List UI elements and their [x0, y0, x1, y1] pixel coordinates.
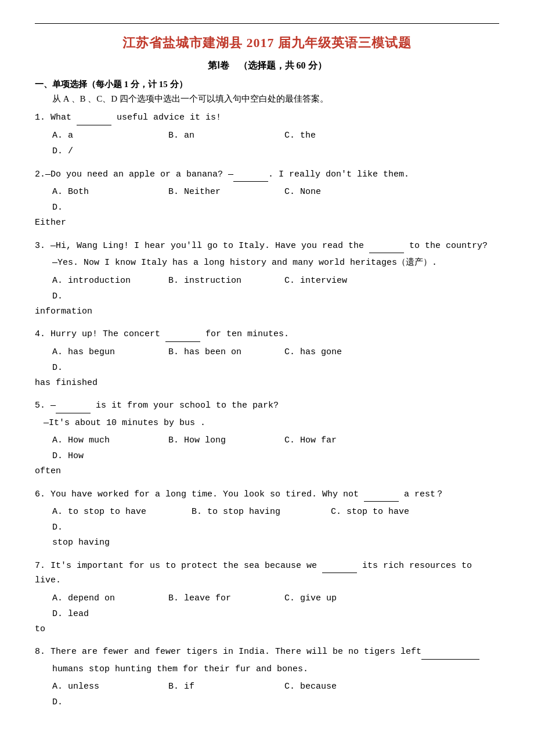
q5-extra: often [35, 464, 499, 479]
q3-text2: —Yes. Now I know Italy has a long histor… [35, 255, 499, 271]
q3-option-c: C. interview [284, 273, 395, 289]
q7-option-d: D. lead [52, 606, 163, 622]
q6-option-c: C. stop to have [331, 504, 464, 520]
q4-option-c: C. has gone [284, 344, 395, 360]
q6-options: A. to stop to have B. to stop having C. … [35, 504, 499, 535]
q2-options: A. Both B. Neither C. None D. [35, 184, 499, 215]
q3-option-a: A. introduction [52, 273, 163, 289]
q7-option-b: B. leave for [168, 591, 279, 606]
main-title: 江苏省盐城市建湖县 2017 届九年级英语三模试题 [35, 34, 499, 52]
q7-text: 7. It's important for us to protect the … [35, 559, 499, 588]
q6-extra: stop having [35, 535, 499, 550]
part1-title: 一、单项选择（每小题 1 分，计 15 分） [35, 79, 499, 90]
q3-text: 3. —Hi, Wang Ling! I hear you'll go to I… [35, 239, 499, 254]
q3-option-d: D. [52, 289, 163, 304]
q5-blank [56, 413, 91, 413]
q4-option-d: D. [52, 360, 163, 376]
q2-option-b: B. Neither [168, 184, 279, 200]
q2-blank [233, 181, 268, 182]
q4-option-a: A. has begun [52, 344, 163, 360]
q5-option-a: A. How much [52, 433, 163, 448]
q8-text2: humans stop hunting them for their fur a… [35, 662, 499, 677]
q6-option-b: B. to stop having [192, 504, 325, 520]
q8-blank [421, 659, 479, 660]
q6-blank [364, 501, 399, 502]
question-4: 4. Hurry up! The concert for ten minutes… [35, 327, 499, 390]
question-1: 1. What useful advice it is! A. a B. an … [35, 110, 499, 159]
q7-option-c: C. give up [284, 591, 395, 606]
q2-extra: Either [35, 215, 499, 231]
q4-extra: has finished [35, 376, 499, 391]
q1-option-b: B. an [168, 128, 279, 143]
question-8: 8. There are fewer and fewer tigers in I… [35, 645, 499, 710]
question-6: 6. You have worked for a long time. You … [35, 487, 499, 550]
q8-option-b: B. if [168, 679, 279, 694]
q7-option-a: A. depend on [52, 591, 163, 606]
question-3: 3. —Hi, Wang Ling! I hear you'll go to I… [35, 239, 499, 319]
q1-options: A. a B. an C. the D. / [35, 128, 499, 159]
question-7: 7. It's important for us to protect the … [35, 559, 499, 637]
q4-text: 4. Hurry up! The concert for ten minutes… [35, 327, 499, 342]
question-2: 2.—Do you need an apple or a banana? —. … [35, 167, 499, 231]
q2-option-c: C. None [284, 184, 395, 200]
q5-option-b: B. How long [168, 433, 279, 448]
q8-options: A. unless B. if C. because D. [35, 679, 499, 710]
section-header: 第Ⅰ卷 （选择题，共 60 分） [35, 60, 499, 72]
q1-blank [77, 125, 111, 125]
q8-option-a: A. unless [52, 679, 163, 694]
q7-blank [322, 573, 357, 573]
q5-option-d: D. How [52, 448, 163, 464]
q1-option-c: C. the [284, 128, 395, 143]
q2-option-d: D. [52, 200, 163, 215]
q6-option-a: A. to stop to have [52, 504, 186, 520]
q3-options: A. introduction B. instruction C. interv… [35, 273, 499, 304]
top-divider [35, 23, 499, 24]
q4-options: A. has begun B. has been on C. has gone … [35, 344, 499, 376]
question-5: 5. — is it from your school to the park?… [35, 398, 499, 479]
q1-option-a: A. a [52, 128, 163, 143]
q7-options: A. depend on B. leave for C. give up D. … [35, 591, 499, 622]
q5-options: A. How much B. How long C. How far D. Ho… [35, 433, 499, 464]
q3-option-b: B. instruction [168, 273, 279, 289]
q4-blank [165, 341, 200, 342]
q1-option-d: D. / [52, 143, 163, 159]
q8-option-d: D. [52, 694, 163, 710]
q1-text: 1. What useful advice it is! [35, 110, 499, 125]
q2-option-a: A. Both [52, 184, 163, 200]
q7-extra: to [35, 622, 499, 637]
q2-text: 2.—Do you need an apple or a banana? —. … [35, 167, 499, 182]
part1-instruction: 从 A 、B 、C、D 四个选项中选出一个可以填入句中空白处的最佳答案。 [35, 93, 499, 105]
q3-extra: information [35, 304, 499, 319]
q6-option-d: D. [52, 520, 163, 535]
q5-text2: —It's about 10 minutes by bus . [35, 416, 499, 431]
q4-option-b: B. has been on [168, 344, 279, 360]
q5-option-c: C. How far [284, 433, 395, 448]
q5-text: 5. — is it from your school to the park? [35, 398, 499, 413]
q6-text: 6. You have worked for a long time. You … [35, 487, 499, 502]
q8-option-c: C. because [284, 679, 395, 694]
q3-blank [369, 253, 404, 253]
q8-text: 8. There are fewer and fewer tigers in I… [35, 645, 499, 660]
